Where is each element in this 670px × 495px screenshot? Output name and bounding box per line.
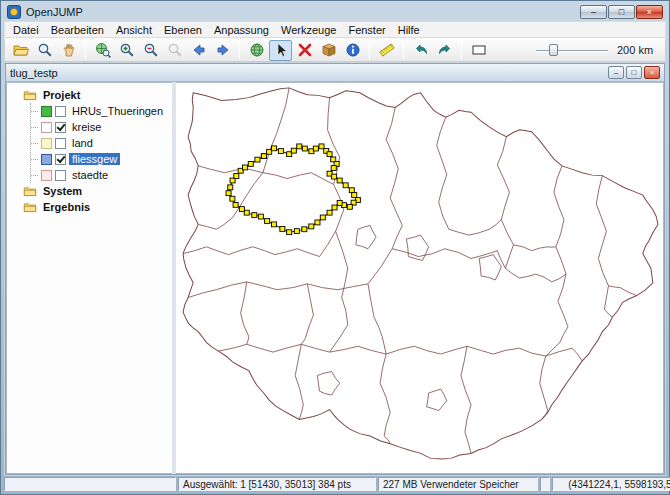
- close-button[interactable]: ×: [636, 5, 663, 19]
- menu-hilfe[interactable]: Hilfe: [392, 23, 426, 37]
- zoom-in-button[interactable]: [115, 40, 138, 61]
- selection-vertex-marker[interactable]: [337, 178, 342, 183]
- frame-close-button[interactable]: ×: [644, 66, 660, 79]
- pan-button[interactable]: [57, 40, 80, 61]
- select-button[interactable]: [269, 40, 292, 61]
- layer-label[interactable]: fliessgew: [69, 153, 120, 165]
- frame-maximize-button[interactable]: □: [626, 66, 642, 79]
- menu-anpassung[interactable]: Anpassung: [208, 23, 275, 37]
- title-drag-area[interactable]: [88, 2, 575, 21]
- selection-vertex-marker[interactable]: [280, 227, 285, 232]
- menu-datei[interactable]: Datei: [7, 23, 45, 37]
- selection-vertex-marker[interactable]: [244, 210, 249, 215]
- selection-vertex-marker[interactable]: [248, 161, 253, 166]
- tree-folder-ergebnis[interactable]: Ergebnis: [11, 199, 172, 215]
- scale-slider[interactable]: [536, 41, 608, 59]
- selection-vertex-marker[interactable]: [332, 205, 337, 210]
- measure-button[interactable]: [375, 40, 398, 61]
- selection-vertex-marker[interactable]: [265, 219, 270, 224]
- selection-vertex-marker[interactable]: [267, 149, 272, 154]
- slider-thumb[interactable]: [549, 44, 558, 56]
- attributes-button[interactable]: [317, 40, 340, 61]
- selection-vertex-marker[interactable]: [233, 202, 238, 207]
- layer-label[interactable]: staedte: [69, 169, 111, 181]
- selection-vertex-marker[interactable]: [294, 229, 299, 234]
- selection-vertex-marker[interactable]: [261, 154, 266, 159]
- layer-row-kreise[interactable]: kreise: [31, 119, 172, 135]
- frame-minimize-button[interactable]: –: [608, 66, 624, 79]
- selection-vertex-marker[interactable]: [302, 146, 307, 151]
- selection-vertex-marker[interactable]: [327, 152, 332, 157]
- zoom-to-layer-button[interactable]: [245, 40, 268, 61]
- selection-vertex-marker[interactable]: [352, 193, 357, 198]
- selection-vertex-marker[interactable]: [320, 215, 325, 220]
- undo-button[interactable]: [409, 40, 432, 61]
- history-forward-button[interactable]: [211, 40, 234, 61]
- fence-button[interactable]: [467, 40, 490, 61]
- layer-swatch[interactable]: [41, 170, 52, 181]
- selection-vertex-marker[interactable]: [313, 146, 318, 151]
- delete-selection-button[interactable]: [293, 40, 316, 61]
- selection-vertex-marker[interactable]: [278, 149, 283, 154]
- history-back-button[interactable]: [187, 40, 210, 61]
- tree-folder-system[interactable]: System: [11, 183, 172, 199]
- layer-label[interactable]: land: [69, 137, 96, 149]
- menu-werkzeuge[interactable]: Werkzeuge: [275, 23, 342, 37]
- selection-vertex-marker[interactable]: [234, 174, 239, 179]
- selection-vertex-marker[interactable]: [271, 222, 276, 227]
- map-view[interactable]: [176, 82, 664, 474]
- title-bar[interactable]: OpenJUMP – □ ×: [4, 1, 666, 21]
- zoom-full-extent-button[interactable]: [91, 40, 114, 61]
- selection-vertex-marker[interactable]: [302, 227, 307, 232]
- layer-swatch[interactable]: [41, 154, 52, 165]
- layer-label[interactable]: HRUs_Thueringen: [69, 105, 166, 117]
- zoom-out-button[interactable]: [139, 40, 162, 61]
- layer-swatch[interactable]: [41, 106, 52, 117]
- selection-vertex-marker[interactable]: [252, 213, 257, 218]
- zoom-button[interactable]: [33, 40, 56, 61]
- frame-title-bar[interactable]: tlug_testp – □ ×: [6, 64, 664, 82]
- selection-vertex-marker[interactable]: [315, 220, 320, 225]
- selection-vertex-marker[interactable]: [258, 214, 263, 219]
- layer-label[interactable]: kreise: [69, 121, 104, 133]
- selection-vertex-marker[interactable]: [332, 174, 337, 179]
- menu-ebenen[interactable]: Ebenen: [158, 23, 208, 37]
- layer-visibility-checkbox[interactable]: [55, 122, 66, 133]
- selection-vertex-marker[interactable]: [349, 188, 354, 193]
- feature-info-button[interactable]: [341, 40, 364, 61]
- selection-vertex-marker[interactable]: [287, 230, 292, 235]
- menu-bearbeiten[interactable]: Bearbeiten: [45, 23, 110, 37]
- selection-vertex-marker[interactable]: [291, 148, 296, 153]
- menu-fenster[interactable]: Fenster: [342, 23, 391, 37]
- layer-visibility-checkbox[interactable]: [55, 154, 66, 165]
- zoom-previous-button[interactable]: [163, 40, 186, 61]
- selection-vertex-marker[interactable]: [242, 165, 247, 170]
- layer-visibility-checkbox[interactable]: [55, 106, 66, 117]
- maximize-button[interactable]: □: [608, 5, 635, 19]
- selection-vertex-marker[interactable]: [297, 144, 302, 149]
- layer-row-fliessgew[interactable]: fliessgew: [31, 151, 172, 167]
- layer-row-staedte[interactable]: staedte: [31, 167, 172, 183]
- selection-vertex-marker[interactable]: [343, 183, 348, 188]
- open-project-button[interactable]: [9, 40, 32, 61]
- layer-row-land[interactable]: land: [31, 135, 172, 151]
- selection-vertex-marker[interactable]: [230, 196, 235, 201]
- minimize-button[interactable]: –: [580, 5, 607, 19]
- tree-folder-projekt[interactable]: Projekt: [11, 87, 172, 103]
- selection-vertex-marker[interactable]: [327, 210, 332, 215]
- selection-vertex-marker[interactable]: [337, 200, 342, 205]
- selection-vertex-marker[interactable]: [309, 224, 314, 229]
- selection-vertex-marker[interactable]: [331, 166, 336, 171]
- selection-vertex-marker[interactable]: [255, 157, 260, 162]
- redo-button[interactable]: [433, 40, 456, 61]
- layer-row-hrus_thueringen[interactable]: HRUs_Thueringen: [31, 103, 172, 119]
- selection-vertex-marker[interactable]: [226, 191, 231, 196]
- selection-vertex-marker[interactable]: [271, 146, 276, 151]
- layer-visibility-checkbox[interactable]: [55, 170, 66, 181]
- layer-visibility-checkbox[interactable]: [55, 138, 66, 149]
- map-canvas[interactable]: [176, 83, 663, 473]
- selection-vertex-marker[interactable]: [347, 204, 352, 209]
- selection-vertex-marker[interactable]: [228, 185, 233, 190]
- selection-vertex-marker[interactable]: [239, 207, 244, 212]
- menu-ansicht[interactable]: Ansicht: [110, 23, 158, 37]
